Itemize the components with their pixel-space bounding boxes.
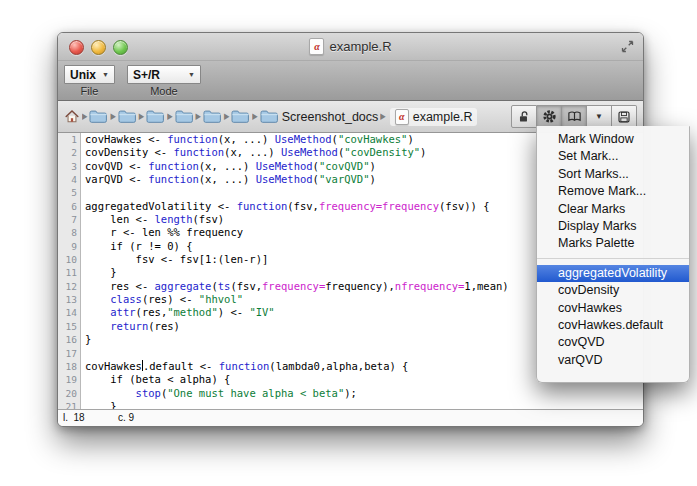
menu-item-varqvd[interactable]: varQVD bbox=[537, 352, 689, 369]
menu-separator bbox=[537, 258, 689, 259]
line-number: 20 bbox=[58, 387, 81, 400]
line-number: 5 bbox=[58, 186, 81, 199]
chevron-down-icon: ▼ bbox=[595, 112, 603, 121]
folder-icon[interactable] bbox=[231, 109, 250, 124]
line-number: 10 bbox=[58, 253, 81, 266]
breadcrumb-separator-icon: ▶ bbox=[165, 112, 174, 122]
breadcrumb-folder-screenshot-docs[interactable]: Screenshot_docs bbox=[260, 109, 379, 124]
line-number: 9 bbox=[58, 240, 81, 253]
file-format-value: Unix bbox=[70, 68, 96, 82]
menu-item-covqvd[interactable]: covQVD bbox=[537, 334, 689, 351]
status-bar: l. 18 c. 9 bbox=[58, 409, 643, 426]
line-number: 8 bbox=[58, 226, 81, 239]
breadcrumb-separator-icon: ▶ bbox=[108, 112, 117, 122]
menu-item-clear-marks[interactable]: Clear Marks bbox=[537, 201, 689, 218]
file-popup-label: File bbox=[81, 85, 99, 97]
code-line-text: } bbox=[81, 333, 91, 346]
window-title: α example.R bbox=[309, 38, 391, 55]
folder-icon[interactable] bbox=[89, 109, 108, 124]
line-number: 4 bbox=[58, 173, 81, 186]
line-number: 14 bbox=[58, 306, 81, 319]
line-number: 18 bbox=[58, 360, 81, 373]
menu-item-display-marks[interactable]: Display Marks bbox=[537, 218, 689, 235]
menu-item-covdensity[interactable]: covDensity bbox=[537, 282, 689, 299]
menu-item-mark-window[interactable]: Mark Window bbox=[537, 131, 689, 148]
line-number: 6 bbox=[58, 200, 81, 213]
status-line-position: l. 18 bbox=[63, 412, 85, 423]
menu-item-covhawkes-default[interactable]: covHawkes.default bbox=[537, 317, 689, 334]
line-number: 15 bbox=[58, 320, 81, 333]
marks-menu: Mark WindowSet Mark...Sort Marks...Remov… bbox=[536, 126, 690, 383]
menu-item-aggregatedvolatility[interactable]: aggregatedVolatility bbox=[537, 265, 689, 282]
status-column-position: c. 9 bbox=[118, 412, 134, 423]
code-line-21[interactable]: 21 } bbox=[58, 400, 643, 409]
save-button[interactable] bbox=[612, 105, 637, 128]
code-line-text: if (r != 0) { bbox=[81, 240, 192, 253]
code-line-text bbox=[81, 186, 85, 199]
line-number: 12 bbox=[58, 280, 81, 293]
alpha-document-icon: α bbox=[309, 38, 324, 55]
menu-item-set-mark[interactable]: Set Mark... bbox=[537, 148, 689, 165]
code-line-text: attr(res,"method") <- "IV" bbox=[81, 306, 275, 319]
minimize-button[interactable] bbox=[91, 40, 106, 55]
mode-value: S+/R bbox=[133, 68, 160, 82]
code-line-text: } bbox=[81, 400, 117, 409]
code-line-text: covDensity <- function(x, ...) UseMethod… bbox=[81, 146, 426, 159]
code-line-text: aggregatedVolatility <- function(fsv,fre… bbox=[81, 200, 490, 213]
fullscreen-resize-icon[interactable] bbox=[620, 39, 635, 54]
gear-button[interactable] bbox=[537, 105, 562, 128]
close-button[interactable] bbox=[69, 40, 84, 55]
breadcrumb-separator-icon: ▶ bbox=[250, 112, 259, 122]
lock-button[interactable] bbox=[511, 105, 537, 128]
folder-icon[interactable] bbox=[118, 109, 137, 124]
line-number: 17 bbox=[58, 347, 81, 360]
line-number: 13 bbox=[58, 293, 81, 306]
menu-item-remove-mark[interactable]: Remove Mark... bbox=[537, 183, 689, 200]
popup-arrow-icon: ▼ bbox=[102, 71, 109, 78]
line-number: 2 bbox=[58, 146, 81, 159]
code-line-text: len <- length(fsv) bbox=[81, 213, 224, 226]
breadcrumb: ▶▶▶▶▶▶▶Screenshot_docs▶αexample.R bbox=[64, 108, 477, 126]
code-line-text: varQVD <- function(x, ...) UseMethod("va… bbox=[81, 173, 376, 186]
breadcrumb-file-label: example.R bbox=[413, 110, 473, 124]
code-line-text: res <- aggregate(ts(fsv,frequency=freque… bbox=[81, 280, 509, 293]
line-number: 1 bbox=[58, 133, 81, 146]
folder-icon[interactable] bbox=[146, 109, 165, 124]
mode-popup[interactable]: S+/R ▼ bbox=[127, 65, 201, 84]
code-line-20[interactable]: 20 stop("One must have alpha < beta"); bbox=[58, 387, 643, 400]
bookmarks-button[interactable] bbox=[562, 105, 587, 128]
menu-item-sort-marks[interactable]: Sort Marks... bbox=[537, 166, 689, 183]
line-number: 19 bbox=[58, 373, 81, 386]
toolbar-buttons: ▼ bbox=[511, 105, 637, 128]
breadcrumb-separator-icon: ▶ bbox=[80, 112, 89, 122]
code-line-text: covHawkes <- function(x, ...) UseMethod(… bbox=[81, 133, 414, 146]
breadcrumb-file[interactable]: αexample.R bbox=[390, 108, 478, 126]
code-line-text bbox=[81, 347, 85, 360]
file-format-popup[interactable]: Unix ▼ bbox=[64, 65, 115, 84]
mode-bar: Unix ▼ File S+/R ▼ Mode bbox=[58, 61, 643, 101]
mode-popup-label: Mode bbox=[150, 85, 178, 97]
code-line-text: covHawkes.default <- function(lambda0,al… bbox=[81, 360, 408, 373]
code-line-text: fsv <- fsv[1:(len-r)] bbox=[81, 253, 268, 266]
zoom-button[interactable] bbox=[113, 40, 128, 55]
home-icon[interactable] bbox=[64, 109, 80, 124]
window-controls bbox=[69, 40, 128, 55]
line-number: 3 bbox=[58, 160, 81, 173]
line-number: 16 bbox=[58, 333, 81, 346]
code-line-text: covQVD <- function(x, ...) UseMethod("co… bbox=[81, 160, 376, 173]
line-number: 21 bbox=[58, 400, 81, 409]
breadcrumb-separator-icon: ▶ bbox=[222, 112, 231, 122]
menu-item-marks-palette[interactable]: Marks Palette bbox=[537, 235, 689, 252]
alpha-document-icon: α bbox=[395, 109, 409, 125]
folder-icon[interactable] bbox=[203, 109, 222, 124]
code-line-text: r <- len %% frequency bbox=[81, 226, 243, 239]
dropdown-button[interactable]: ▼ bbox=[587, 105, 612, 128]
popup-arrow-icon: ▼ bbox=[188, 71, 195, 78]
breadcrumb-separator-icon: ▶ bbox=[378, 112, 387, 122]
code-line-text: stop("One must have alpha < beta"); bbox=[81, 387, 357, 400]
window-title-text: example.R bbox=[329, 39, 391, 54]
menu-item-covhawkes[interactable]: covHawkes bbox=[537, 300, 689, 317]
folder-icon[interactable] bbox=[175, 109, 194, 124]
title-bar[interactable]: α example.R bbox=[58, 33, 643, 61]
line-number: 7 bbox=[58, 213, 81, 226]
